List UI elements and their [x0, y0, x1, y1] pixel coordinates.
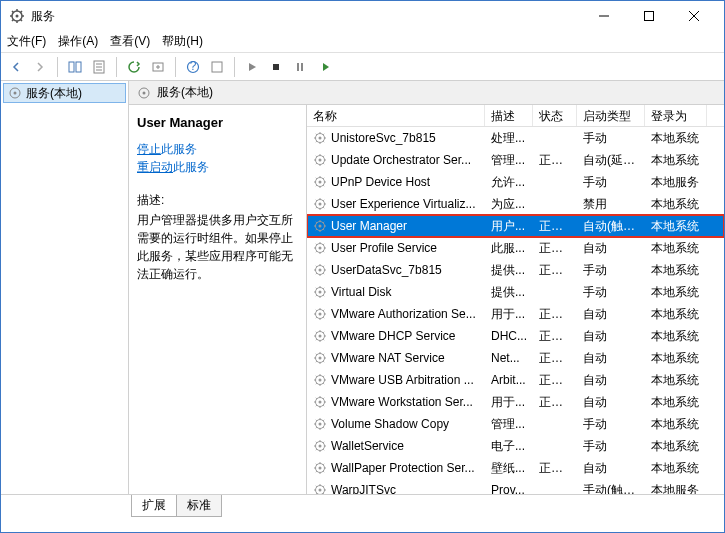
tab-extended[interactable]: 扩展: [131, 495, 177, 517]
svg-point-42: [319, 401, 322, 404]
gear-icon: [313, 131, 327, 145]
service-startup: 手动: [577, 438, 645, 455]
svg-rect-2: [644, 12, 653, 21]
tree-node-services-local[interactable]: 服务(本地): [3, 83, 126, 103]
close-button[interactable]: [671, 1, 716, 31]
restart-link[interactable]: 重启动: [137, 160, 173, 174]
tabs: 扩展 标准: [1, 494, 724, 516]
service-row[interactable]: UnistoreSvc_7b815处理...手动本地系统: [307, 127, 724, 149]
main-header-label: 服务(本地): [157, 84, 213, 101]
gear-icon: [313, 219, 327, 233]
service-startup: 禁用: [577, 196, 645, 213]
list-panel: 名称 描述 状态 启动类型 登录为 UnistoreSvc_7b815处理...…: [307, 105, 724, 494]
start-button[interactable]: [241, 56, 263, 78]
main-header: 服务(本地): [129, 81, 724, 105]
service-logon: 本地系统: [645, 218, 707, 235]
service-row[interactable]: UserDataSvc_7b815提供...正在...手动本地系统: [307, 259, 724, 281]
service-row[interactable]: Volume Shadow Copy管理...手动本地系统: [307, 413, 724, 435]
svg-point-26: [319, 225, 322, 228]
menu-help[interactable]: 帮助(H): [162, 33, 203, 50]
service-startup: 自动(延迟...: [577, 152, 645, 169]
service-startup: 手动: [577, 130, 645, 147]
menu-action[interactable]: 操作(A): [58, 33, 98, 50]
tab-standard[interactable]: 标准: [176, 495, 222, 517]
forward-button[interactable]: [29, 56, 51, 78]
service-name: Virtual Disk: [331, 285, 391, 299]
service-desc: 管理...: [485, 416, 533, 433]
service-row[interactable]: VMware DHCP ServiceDHC...正在...自动本地系统: [307, 325, 724, 347]
gear-icon: [313, 351, 327, 365]
export-button[interactable]: [147, 56, 169, 78]
service-list[interactable]: UnistoreSvc_7b815处理...手动本地系统Update Orche…: [307, 127, 724, 494]
refresh-button[interactable]: [123, 56, 145, 78]
list-header: 名称 描述 状态 启动类型 登录为: [307, 105, 724, 127]
service-startup: 手动(触发...: [577, 482, 645, 495]
service-desc: 处理...: [485, 130, 533, 147]
service-desc: Prov...: [485, 483, 533, 494]
gear-icon: [313, 439, 327, 453]
svg-point-24: [319, 203, 322, 206]
show-hide-button[interactable]: [64, 56, 86, 78]
service-logon: 本地系统: [645, 438, 707, 455]
properties-button[interactable]: [88, 56, 110, 78]
service-row[interactable]: UPnP Device Host允许...手动本地服务: [307, 171, 724, 193]
stop-button[interactable]: [265, 56, 287, 78]
service-row[interactable]: VMware Workstation Ser...用于...正在...自动本地系…: [307, 391, 724, 413]
gear-icon: [137, 86, 151, 100]
detail-desc: 用户管理器提供多用户交互所需要的运行时组件。如果停止此服务，某些应用程序可能无法…: [137, 211, 296, 283]
toolbar-icon-a[interactable]: [206, 56, 228, 78]
service-row[interactable]: User Experience Virtualiz...为应...禁用本地系统: [307, 193, 724, 215]
service-row[interactable]: VMware NAT ServiceNet...正在...自动本地系统: [307, 347, 724, 369]
service-row[interactable]: VMware Authorization Se...用于...正在...自动本地…: [307, 303, 724, 325]
service-desc: Net...: [485, 351, 533, 365]
col-status[interactable]: 状态: [533, 105, 577, 126]
pause-button[interactable]: [289, 56, 311, 78]
menubar: 文件(F) 操作(A) 查看(V) 帮助(H): [1, 31, 724, 53]
minimize-button[interactable]: [581, 1, 626, 31]
service-desc: 用于...: [485, 306, 533, 323]
service-startup: 自动: [577, 240, 645, 257]
gear-icon: [313, 263, 327, 277]
service-desc: 提供...: [485, 262, 533, 279]
gear-icon: [313, 329, 327, 343]
service-name: WarpJITSvc: [331, 483, 396, 494]
service-name: VMware USB Arbitration ...: [331, 373, 474, 387]
stop-link[interactable]: 停止: [137, 142, 161, 156]
restart-button[interactable]: [313, 56, 335, 78]
service-desc: 此服...: [485, 240, 533, 257]
service-startup: 自动: [577, 328, 645, 345]
service-startup: 自动: [577, 350, 645, 367]
service-logon: 本地服务: [645, 482, 707, 495]
svg-point-32: [319, 291, 322, 294]
window-title: 服务: [31, 8, 581, 25]
service-logon: 本地系统: [645, 130, 707, 147]
back-button[interactable]: [5, 56, 27, 78]
service-row[interactable]: VMware USB Arbitration ...Arbit...正在...自…: [307, 369, 724, 391]
service-name: WalletService: [331, 439, 404, 453]
service-desc: 壁纸...: [485, 460, 533, 477]
service-row[interactable]: User Profile Service此服...正在...自动本地系统: [307, 237, 724, 259]
maximize-button[interactable]: [626, 1, 671, 31]
detail-desc-label: 描述:: [137, 192, 296, 209]
svg-point-28: [319, 247, 322, 250]
service-row[interactable]: User Manager用户...正在...自动(触发...本地系统: [307, 215, 724, 237]
service-startup: 自动: [577, 372, 645, 389]
menu-view[interactable]: 查看(V): [110, 33, 150, 50]
col-logon[interactable]: 登录为: [645, 105, 707, 126]
service-logon: 本地系统: [645, 350, 707, 367]
service-desc: DHC...: [485, 329, 533, 343]
service-desc: Arbit...: [485, 373, 533, 387]
service-row[interactable]: Virtual Disk提供...手动本地系统: [307, 281, 724, 303]
service-name: User Manager: [331, 219, 407, 233]
service-row[interactable]: WarpJITSvcProv...手动(触发...本地服务: [307, 479, 724, 494]
col-startup[interactable]: 启动类型: [577, 105, 645, 126]
col-desc[interactable]: 描述: [485, 105, 533, 126]
menu-file[interactable]: 文件(F): [7, 33, 46, 50]
service-row[interactable]: WalletService电子...手动本地系统: [307, 435, 724, 457]
col-name[interactable]: 名称: [307, 105, 485, 126]
help-button[interactable]: ?: [182, 56, 204, 78]
service-desc: 用于...: [485, 394, 533, 411]
service-row[interactable]: WallPaper Protection Ser...壁纸...正在...自动本…: [307, 457, 724, 479]
service-name: Volume Shadow Copy: [331, 417, 449, 431]
service-row[interactable]: Update Orchestrator Ser...管理...正在...自动(延…: [307, 149, 724, 171]
